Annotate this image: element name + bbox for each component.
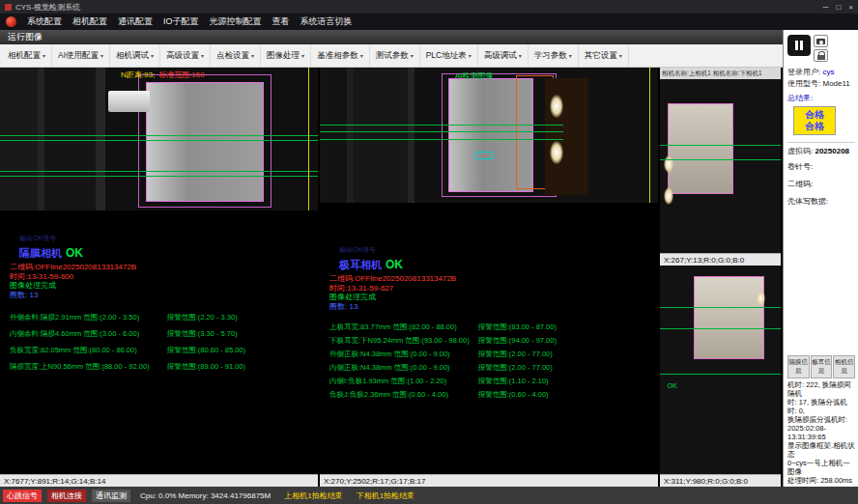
measure-line bbox=[0, 176, 318, 177]
window-controls: ─ □ × bbox=[823, 3, 853, 12]
measurement-row: 内侧I:负极1.93mm 范围:(1.00 - 2.20)报警范围:(1.10 … bbox=[329, 375, 652, 388]
measure-line bbox=[660, 328, 781, 329]
measure-line bbox=[0, 140, 318, 141]
result-status: OK bbox=[66, 246, 83, 260]
light-reflection bbox=[550, 95, 563, 118]
sidebar: 登录用户: cys 使用型号: Mode11 总结果: 合格 合格 虚拟码: 2… bbox=[783, 30, 858, 487]
right-camera-view[interactable]: AI检测图像 bbox=[320, 68, 658, 203]
chevron-down-icon: ▾ bbox=[43, 52, 45, 59]
titlebar: CYS-视觉检测系统 ─ □ × bbox=[0, 0, 858, 14]
pause-button[interactable] bbox=[787, 35, 811, 56]
chevron-down-icon: ▾ bbox=[360, 52, 363, 59]
machine-info-text: 机时: 222, 换隔膜间隔机 时: 17, 换隔分弧机时: 0, 换隔膜振分弧… bbox=[787, 380, 855, 485]
measurement-rows: 外侧余料:隔膜2.91mm 范围:(2.00 - 3.50)报警范围:(2.20… bbox=[10, 309, 312, 375]
result-status: OK bbox=[386, 258, 403, 271]
right-pixel-readout: X:270;Y:2502;R:17;G:17;B:17 bbox=[320, 474, 658, 487]
ai-image-label: AI检测图像 bbox=[455, 70, 494, 81]
menu-item-light-config[interactable]: 光源控制配置 bbox=[210, 15, 262, 28]
toolbar-advanced-settings[interactable]: 高级设置▾ bbox=[160, 44, 211, 67]
toolbar: 相机配置▾ AI使用配置▾ 相机调试▾ 高级设置▾ 点检设置▾ 图像处理▾ 基准… bbox=[0, 44, 783, 68]
qr-code-label: 二维码: bbox=[787, 179, 855, 190]
menu-item-language-switch[interactable]: 系统语言切换 bbox=[300, 15, 353, 28]
user-label: 登录用户: bbox=[787, 68, 820, 76]
maximize-button[interactable]: □ bbox=[836, 3, 841, 12]
menu-item-system-config[interactable]: 系统配置 bbox=[27, 15, 62, 28]
info-tabs: 隔膜信息 极耳信息 相机信息 bbox=[787, 355, 855, 378]
chevron-down-icon: ▾ bbox=[100, 52, 103, 59]
toolbar-reference-params[interactable]: 基准相参数▾ bbox=[311, 44, 370, 67]
model-label: 使用型号: bbox=[787, 79, 820, 88]
minimize-button[interactable]: ─ bbox=[823, 3, 829, 12]
toolbar-test-params[interactable]: 测试参数▾ bbox=[370, 44, 420, 67]
processing-done-text: 图像处理完成 bbox=[10, 281, 312, 291]
chevron-down-icon: ▾ bbox=[201, 52, 204, 59]
measurement-row: 上极耳宽:83.77mm 范围:(82.00 - 88.00)报警范围:(83.… bbox=[329, 321, 652, 334]
close-button[interactable]: × bbox=[848, 3, 853, 12]
app-icon bbox=[5, 4, 12, 11]
measure-line bbox=[0, 135, 318, 136]
measurement-rows: 上极耳宽:83.77mm 范围:(82.00 - 88.00)报警范围:(83.… bbox=[329, 321, 652, 402]
thumb-top-view[interactable] bbox=[660, 79, 781, 253]
light-reflection bbox=[550, 141, 563, 164]
measure-line bbox=[660, 307, 781, 308]
menu-item-view[interactable]: 查看 bbox=[272, 15, 290, 28]
chevron-down-icon: ▾ bbox=[469, 52, 472, 59]
camera-link-badge: 相机连接 bbox=[47, 490, 86, 502]
tab-tab-info[interactable]: 极耳信息 bbox=[811, 355, 833, 378]
measure-line bbox=[660, 145, 781, 146]
left-pixel-readout: X:7677;Y:891;R:14;G:14;B:14 bbox=[0, 474, 318, 487]
toolbar-image-processing[interactable]: 图像处理▾ bbox=[261, 44, 311, 67]
toolbar-camera-debug[interactable]: 相机调试▾ bbox=[110, 44, 160, 67]
upper-camera-status-text: 上相机1拍检结束 bbox=[284, 490, 342, 501]
left-camera-view[interactable]: N距离:93;标准范围:150 bbox=[0, 68, 318, 210]
camera-snapshot-button[interactable] bbox=[814, 35, 828, 47]
divider bbox=[787, 142, 855, 143]
chevron-down-icon: ▾ bbox=[301, 52, 304, 59]
toolbar-other-settings[interactable]: 其它设置▾ bbox=[579, 44, 629, 67]
right-result-text: 输出OK信号 极耳相机OK 二维码:OFFline202502081331347… bbox=[320, 203, 658, 474]
tab-camera-info[interactable]: 相机信息 bbox=[833, 355, 855, 378]
chevron-down-icon: ▾ bbox=[569, 52, 572, 59]
measure-line bbox=[320, 139, 563, 140]
window-title: CYS-视觉检测系统 bbox=[15, 2, 80, 13]
measure-line bbox=[660, 159, 781, 160]
toolbar-learning-params[interactable]: 学习参数▾ bbox=[529, 44, 579, 67]
light-reflection bbox=[757, 291, 765, 306]
thumb-bottom-view[interactable]: OK bbox=[660, 266, 781, 474]
left-camera-panel: N距离:93;标准范围:150 输出OK信号 隔膜相机OK 二维码:OFFlin… bbox=[0, 68, 318, 487]
virtual-code-value: 20250208 bbox=[815, 147, 849, 155]
toolbar-plc-address-table[interactable]: PLC地址表▾ bbox=[420, 44, 478, 67]
machine-cavity bbox=[545, 78, 589, 194]
app-logo-icon bbox=[6, 16, 16, 27]
measurement-row: 负极J:负极2.36mm 范围:(0.60 - 4.00)报警范围:(0.60 … bbox=[329, 388, 652, 402]
tab-run-image[interactable]: 运行图像 bbox=[8, 31, 43, 43]
status-bar: 心跳信号 相机连接 通讯监测 Cpu: 0.0% Memory: 3424.41… bbox=[0, 487, 858, 504]
total-result-box: 合格 合格 bbox=[793, 106, 836, 135]
menu-item-io-config[interactable]: IO子配置 bbox=[163, 15, 199, 28]
detection-mark bbox=[475, 152, 493, 159]
cpu-memory-readout: Cpu: 0.0% Memory: 3424.41796875M bbox=[140, 491, 271, 500]
output-signal-text: 输出OK信号 bbox=[19, 234, 312, 243]
qr-code-text: 二维码:OFFline2025020813313472B bbox=[329, 274, 652, 284]
app-window: CYS-视觉检测系统 ─ □ × 系统配置 相机配置 通讯配置 IO子配置 光源… bbox=[0, 0, 858, 504]
processing-done-text: 图像处理完成 bbox=[329, 293, 652, 302]
chevron-down-icon: ▾ bbox=[411, 52, 414, 59]
thumb-bottom-pixel-readout: X:311;Y:980;R:0;G:0;B:0 bbox=[660, 474, 781, 487]
toolbar-advanced-debug[interactable]: 高级调试▾ bbox=[478, 44, 529, 67]
timestamp-text: 时间:13-31-59-600 bbox=[10, 272, 312, 282]
user-value: cys bbox=[822, 68, 834, 76]
inspected-part bbox=[694, 276, 764, 359]
chevron-down-icon: ▾ bbox=[251, 52, 254, 59]
measurement-row: 内侧正极:N4.38mm 范围:(0.00 - 9.00)报警范围:(2.00 … bbox=[329, 361, 652, 375]
inspected-part bbox=[146, 82, 264, 202]
menu-item-comm-config[interactable]: 通讯配置 bbox=[118, 15, 153, 28]
menu-item-camera-config[interactable]: 相机配置 bbox=[72, 15, 107, 28]
measurement-row: 负极宽度:82.05mm 范围:(80.00 - 86.00)报警范围:(80.… bbox=[10, 342, 312, 358]
toolbar-spot-check[interactable]: 点检设置▾ bbox=[211, 44, 261, 67]
qr-code-text: 二维码:OFFline2025020813313472B bbox=[10, 263, 312, 272]
lock-button[interactable] bbox=[814, 49, 828, 62]
toolbar-camera-config[interactable]: 相机配置▾ bbox=[2, 44, 52, 67]
tab-separator-info[interactable]: 隔膜信息 bbox=[787, 355, 810, 378]
toolbar-ai-config[interactable]: AI使用配置▾ bbox=[52, 44, 110, 67]
total-result-label: 总结果: bbox=[787, 93, 855, 104]
